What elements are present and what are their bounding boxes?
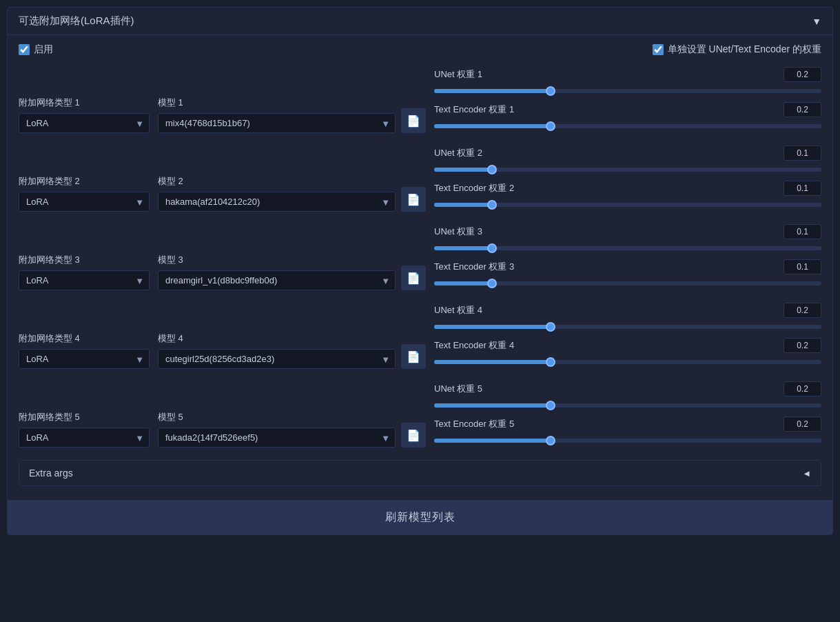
model-label-4: 模型 4 <box>158 332 396 345</box>
unet-slider-track-3 <box>434 241 821 255</box>
model-select-5[interactable]: fukada2(14f7d526eef5) <box>158 428 396 448</box>
te-slider-container-3: Text Encoder 权重 3 <box>434 259 821 290</box>
te-slider-container-2: Text Encoder 权重 2 <box>434 181 821 212</box>
collapse-icon[interactable]: ▼ <box>812 16 821 27</box>
unet-slider-header-5: UNet 权重 5 <box>434 381 821 397</box>
type-select-5[interactable]: LoRA LyCORIS/LoCon LyCORIS/LoHa IA3 <box>19 428 150 448</box>
unet-slider-track-2 <box>434 163 821 177</box>
te-value-input-3[interactable] <box>783 259 821 274</box>
model-label-1: 模型 1 <box>158 97 396 109</box>
te-slider-label-3: Text Encoder 权重 3 <box>434 261 531 273</box>
te-thumb-4[interactable] <box>546 357 555 367</box>
model-label-2: 模型 2 <box>158 175 396 188</box>
network-block-5: 附加网络类型 5 LoRA LyCORIS/LoCon LyCORIS/LoHa… <box>19 381 821 448</box>
network-block-4: 附加网络类型 4 LoRA LyCORIS/LoCon LyCORIS/LoHa… <box>19 303 821 369</box>
unet-track-fill-4 <box>434 325 551 329</box>
unet-slider-header-2: UNet 权重 2 <box>434 146 821 161</box>
unet-thumb-3[interactable] <box>487 243 497 253</box>
enable-checkbox[interactable] <box>19 44 30 55</box>
network-block-2: 附加网络类型 2 LoRA LyCORIS/LoCon LyCORIS/LoHa… <box>19 146 821 212</box>
te-slider-header-2: Text Encoder 权重 2 <box>434 181 821 196</box>
unet-thumb-1[interactable] <box>546 86 555 96</box>
unet-value-input-4[interactable] <box>783 303 821 318</box>
unet-slider-label-3: UNet 权重 3 <box>434 225 531 238</box>
unet-slider-header-1: UNet 权重 1 <box>434 67 821 82</box>
section-header[interactable]: 可选附加网络(LoRA插件) ▼ <box>8 8 832 35</box>
model-select-wrapper-1: mix4(4768d15b1b67) ▼ <box>158 113 396 133</box>
unet-value-input-1[interactable] <box>783 67 821 82</box>
te-slider-label-2: Text Encoder 权重 2 <box>434 182 531 194</box>
unet-thumb-4[interactable] <box>546 322 555 332</box>
model-group-5: 模型 5 fukada2(14f7d526eef5) ▼ <box>158 411 396 448</box>
te-thumb-5[interactable] <box>546 436 555 445</box>
model-group-3: 模型 3 dreamgirl_v1(d8bdc9ffeb0d) ▼ <box>158 254 396 290</box>
type-label-3: 附加网络类型 3 <box>19 254 150 266</box>
te-value-input-1[interactable] <box>783 102 821 117</box>
network-rows: 附加网络类型 1 LoRA LyCORIS/LoCon LyCORIS/LoHa… <box>19 67 821 448</box>
unet-value-input-2[interactable] <box>783 146 821 161</box>
unet-slider-label-2: UNet 权重 2 <box>434 147 531 159</box>
te-thumb-1[interactable] <box>546 121 555 131</box>
unet-value-input-5[interactable] <box>783 381 821 397</box>
sliders-group-2: UNet 权重 2 Text Encoder 权重 2 <box>434 146 821 212</box>
te-value-input-4[interactable] <box>783 338 821 353</box>
te-slider-label-4: Text Encoder 权重 4 <box>434 339 531 352</box>
sliders-group-1: UNet 权重 1 Text Encoder 权重 1 <box>434 67 821 133</box>
te-slider-track-4 <box>434 355 821 369</box>
model-select-4[interactable]: cutegirl25d(8256cd3ad2e3) <box>158 349 396 369</box>
unet-track-fill-5 <box>434 403 551 408</box>
te-slider-header-1: Text Encoder 权重 1 <box>434 102 821 117</box>
te-slider-label-1: Text Encoder 权重 1 <box>434 103 531 116</box>
te-value-input-5[interactable] <box>783 417 821 432</box>
type-select-wrapper-2: LoRA LyCORIS/LoCon LyCORIS/LoHa IA3 ▼ <box>19 192 150 212</box>
type-select-1[interactable]: LoRA LyCORIS/LoCon LyCORIS/LoHa IA3 <box>19 113 150 133</box>
unet-value-input-3[interactable] <box>783 224 821 239</box>
separate-weights-checkbox[interactable] <box>653 44 664 55</box>
unet-slider-container-2: UNet 权重 2 <box>434 146 821 177</box>
document-btn-3[interactable]: 📄 <box>401 265 426 290</box>
te-slider-container-4: Text Encoder 权重 4 <box>434 338 821 369</box>
unet-slider-container-1: UNet 权重 1 <box>434 67 821 98</box>
section-title: 可选附加网络(LoRA插件) <box>19 14 134 28</box>
te-slider-track-1 <box>434 119 821 133</box>
model-group-1: 模型 1 mix4(4768d15b1b67) ▼ <box>158 97 396 133</box>
document-btn-5[interactable]: 📄 <box>401 423 426 448</box>
te-thumb-2[interactable] <box>487 200 497 210</box>
unet-slider-container-4: UNet 权重 4 <box>434 303 821 334</box>
te-slider-track-5 <box>434 434 821 448</box>
te-track-fill-3 <box>434 281 492 285</box>
model-group-2: 模型 2 hakama(af2104212c20) ▼ <box>158 175 396 212</box>
type-select-3[interactable]: LoRA LyCORIS/LoCon LyCORIS/LoHa IA3 <box>19 270 150 290</box>
extra-args-header[interactable]: Extra args ◄ <box>19 461 821 485</box>
type-select-wrapper-1: LoRA LyCORIS/LoCon LyCORIS/LoHa IA3 ▼ <box>19 113 150 133</box>
te-slider-header-3: Text Encoder 权重 3 <box>434 259 821 274</box>
te-slider-track-3 <box>434 277 821 290</box>
model-select-2[interactable]: hakama(af2104212c20) <box>158 192 396 212</box>
top-controls: 启用 单独设置 UNet/Text Encoder 的权重 <box>19 43 821 56</box>
te-track-fill-2 <box>434 203 492 207</box>
te-slider-header-4: Text Encoder 权重 4 <box>434 338 821 353</box>
unet-thumb-2[interactable] <box>487 165 497 174</box>
unet-thumb-5[interactable] <box>546 401 555 410</box>
network-block-1: 附加网络类型 1 LoRA LyCORIS/LoCon LyCORIS/LoHa… <box>19 67 821 133</box>
te-value-input-2[interactable] <box>783 181 821 196</box>
network-block-3: 附加网络类型 3 LoRA LyCORIS/LoCon LyCORIS/LoHa… <box>19 224 821 290</box>
te-thumb-3[interactable] <box>487 279 497 288</box>
sliders-group-3: UNet 权重 3 Text Encoder 权重 3 <box>434 224 821 290</box>
unet-slider-label-1: UNet 权重 1 <box>434 68 531 81</box>
separate-weights-checkbox-label[interactable]: 单独设置 UNet/Text Encoder 的权重 <box>653 43 821 56</box>
extra-args-arrow[interactable]: ◄ <box>802 468 811 479</box>
type-select-4[interactable]: LoRA LyCORIS/LoCon LyCORIS/LoHa IA3 <box>19 349 150 369</box>
enable-checkbox-label[interactable]: 启用 <box>19 43 53 56</box>
model-select-3[interactable]: dreamgirl_v1(d8bdc9ffeb0d) <box>158 270 396 290</box>
network-left-4: 附加网络类型 4 LoRA LyCORIS/LoCon LyCORIS/LoHa… <box>19 332 396 369</box>
document-btn-1[interactable]: 📄 <box>401 108 426 133</box>
unet-slider-container-3: UNet 权重 3 <box>434 224 821 255</box>
type-select-2[interactable]: LoRA LyCORIS/LoCon LyCORIS/LoHa IA3 <box>19 192 150 212</box>
model-select-1[interactable]: mix4(4768d15b1b67) <box>158 113 396 133</box>
main-panel: 可选附加网络(LoRA插件) ▼ 启用 单独设置 UNet/Text Encod… <box>7 7 833 535</box>
te-slider-track-2 <box>434 198 821 212</box>
refresh-button[interactable]: 刷新模型列表 <box>8 500 832 534</box>
document-btn-4[interactable]: 📄 <box>401 344 426 369</box>
document-btn-2[interactable]: 📄 <box>401 187 426 212</box>
